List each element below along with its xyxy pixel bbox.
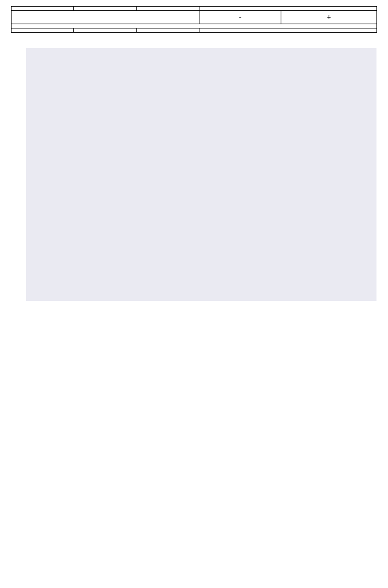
th-plus-themes: + (281, 11, 377, 24)
chart-lines-svg (26, 48, 376, 301)
th-minus-themes: - (199, 11, 281, 24)
results-table: - + (11, 6, 377, 33)
row-label-all (12, 28, 74, 33)
profiling-section-row (12, 24, 377, 28)
table-header-row (12, 7, 377, 11)
th-precision (74, 7, 136, 11)
emotions-chart (11, 47, 377, 317)
cell-recall (136, 28, 199, 33)
plot-area (25, 47, 377, 302)
th-f1 (199, 7, 377, 11)
theme-section-label (12, 11, 199, 24)
x-axis-labels (25, 302, 377, 317)
profiling-section-label (12, 24, 377, 28)
th-method (12, 7, 74, 11)
all-features-row (12, 28, 377, 33)
theme-section-row: - + (12, 11, 377, 24)
cell-f1 (199, 28, 377, 33)
chart-legend (38, 54, 43, 58)
cell-precision (74, 28, 136, 33)
th-recall (136, 7, 199, 11)
